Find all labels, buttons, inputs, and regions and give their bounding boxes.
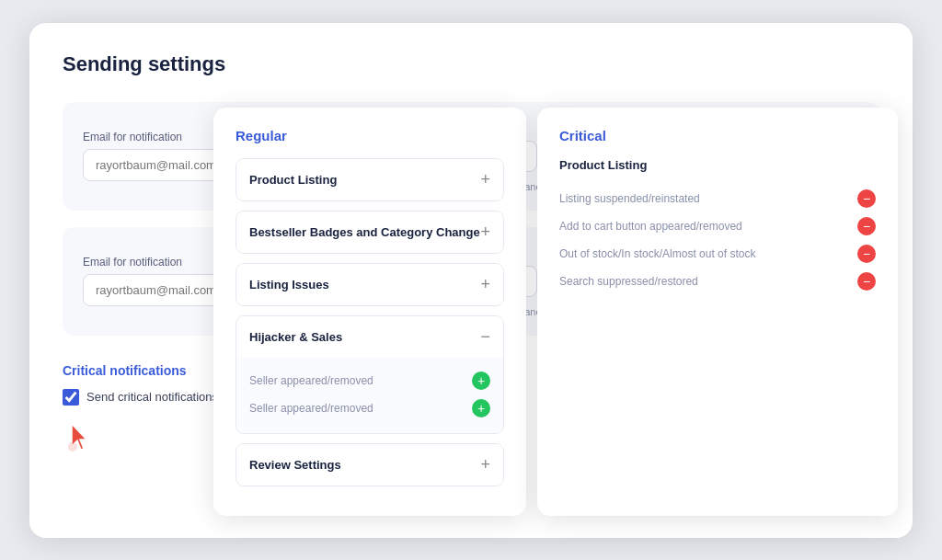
expand-icon-review-settings: + bbox=[480, 455, 490, 474]
accordion-header-review-settings[interactable]: Review Settings + bbox=[236, 444, 503, 486]
svg-point-1 bbox=[68, 442, 77, 451]
sub-item-label-seller-2: Seller appeared/removed bbox=[249, 402, 373, 415]
cursor-icon bbox=[64, 420, 98, 453]
accordion-bestseller: Bestseller Badges and Category Change + bbox=[236, 211, 504, 254]
accordion-hijacker: Hijacker & Sales − Seller appeared/remov… bbox=[236, 315, 504, 434]
expand-icon-product-listing: + bbox=[480, 170, 490, 189]
accordion-label-listing-issues: Listing Issues bbox=[249, 278, 329, 291]
sub-item-label-seller-1: Seller appeared/removed bbox=[249, 374, 373, 387]
critical-card: Critical Product Listing Listing suspend… bbox=[537, 108, 898, 516]
remove-critical-4-button[interactable]: − bbox=[857, 272, 876, 291]
accordion-header-listing-issues[interactable]: Listing Issues + bbox=[236, 264, 503, 305]
expand-icon-bestseller: + bbox=[480, 223, 490, 242]
critical-card-section-title: Critical bbox=[559, 128, 876, 143]
regular-card: Regular Product Listing + Bestseller Bad… bbox=[213, 108, 526, 516]
accordion-review-settings: Review Settings + bbox=[236, 443, 504, 486]
add-seller-1-button[interactable]: + bbox=[472, 371, 490, 390]
critical-checkbox[interactable] bbox=[63, 389, 79, 406]
accordion-header-hijacker[interactable]: Hijacker & Sales − bbox=[236, 316, 503, 358]
remove-critical-2-button[interactable]: − bbox=[857, 217, 876, 235]
accordion-body-hijacker: Seller appeared/removed + Seller appeare… bbox=[236, 358, 503, 433]
accordion-header-product-listing[interactable]: Product Listing + bbox=[236, 159, 503, 200]
critical-item-3: Out of stock/In stock/Almost out of stoc… bbox=[559, 240, 876, 268]
critical-card-product-title: Product Listing bbox=[559, 158, 876, 172]
main-card: Sending settings Email for notification … bbox=[29, 23, 913, 538]
critical-item-2: Add to cart button appeared/removed − bbox=[559, 212, 876, 240]
critical-item-text-2: Add to cart button appeared/removed bbox=[559, 220, 742, 233]
accordion-label-review-settings: Review Settings bbox=[249, 458, 341, 472]
critical-item-1: Listing suspended/reinstated − bbox=[559, 185, 876, 212]
critical-item-text-4: Search suppressed/restored bbox=[559, 275, 698, 288]
accordion-header-bestseller[interactable]: Bestseller Badges and Category Change + bbox=[236, 211, 503, 253]
expand-icon-listing-issues: + bbox=[480, 275, 490, 294]
critical-item-text-3: Out of stock/In stock/Almost out of stoc… bbox=[559, 247, 755, 260]
critical-item-text-1: Listing suspended/reinstated bbox=[559, 192, 700, 205]
accordion-listing-issues: Listing Issues + bbox=[236, 263, 504, 306]
add-seller-2-button[interactable]: + bbox=[472, 399, 490, 417]
remove-critical-3-button[interactable]: − bbox=[857, 245, 876, 263]
collapse-icon-hijacker: − bbox=[480, 327, 490, 347]
regular-card-title: Regular bbox=[236, 128, 504, 143]
sub-item-seller-1: Seller appeared/removed + bbox=[249, 367, 490, 394]
accordion-product-listing: Product Listing + bbox=[236, 158, 504, 201]
remove-critical-1-button[interactable]: − bbox=[857, 189, 876, 208]
sub-item-seller-2: Seller appeared/removed + bbox=[249, 394, 490, 422]
page-title: Sending settings bbox=[63, 52, 879, 76]
accordion-label-hijacker: Hijacker & Sales bbox=[249, 330, 342, 344]
critical-item-4: Search suppressed/restored − bbox=[559, 268, 876, 295]
cards-overlay: Regular Product Listing + Bestseller Bad… bbox=[213, 108, 898, 516]
click-indicator bbox=[63, 418, 99, 455]
accordion-label-product-listing: Product Listing bbox=[249, 173, 337, 187]
accordion-label-bestseller: Bestseller Badges and Category Change bbox=[249, 225, 480, 239]
